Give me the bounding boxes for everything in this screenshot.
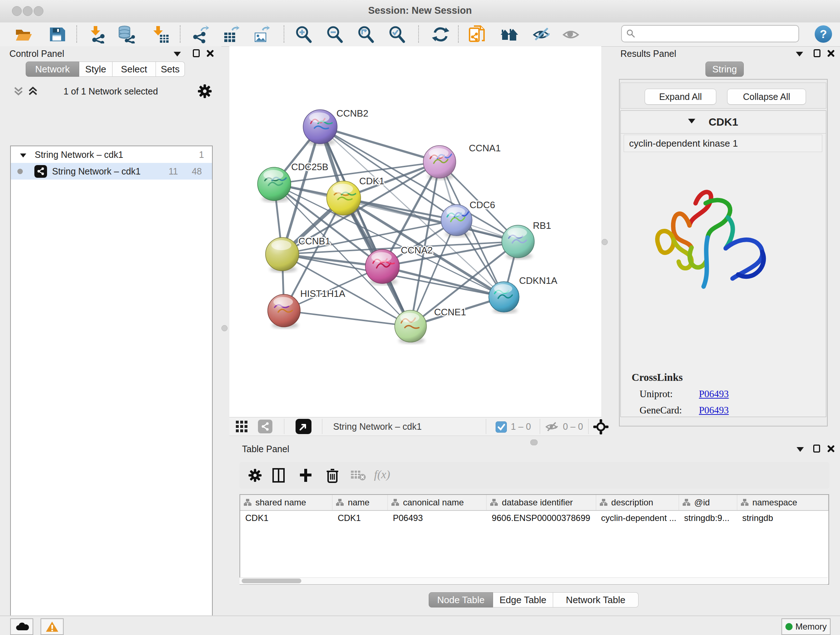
- left-splitter-handle[interactable]: [221, 325, 227, 331]
- gene-section-header[interactable]: CDK1: [621, 111, 826, 134]
- import-table-file-icon[interactable]: [151, 25, 170, 43]
- table-row[interactable]: CDK1CDK1P064939606.ENSP00000378699cyclin…: [240, 511, 829, 526]
- node-CCNA1[interactable]: CCNA1: [423, 143, 501, 180]
- cell--id[interactable]: stringdb:9...: [679, 511, 737, 526]
- zoom-selected-icon[interactable]: [388, 25, 407, 43]
- node-CCNE1[interactable]: CCNE1: [395, 307, 466, 344]
- column-header-namespace[interactable]: namespace: [737, 495, 829, 510]
- node-CCNB2[interactable]: CCNB2: [303, 108, 368, 146]
- function-builder-icon[interactable]: f(x): [374, 468, 390, 484]
- add-column-icon[interactable]: [298, 468, 314, 484]
- crosslink-link[interactable]: P06493: [699, 388, 729, 400]
- node-CCNA2[interactable]: CCNA2: [365, 245, 433, 285]
- import-network-database-icon[interactable]: [117, 25, 135, 43]
- panel-menu-icon[interactable]: [797, 447, 804, 453]
- node-CDK1[interactable]: CDK1: [327, 176, 384, 217]
- cell-namespace[interactable]: stringdb: [737, 511, 829, 526]
- save-session-icon[interactable]: [48, 25, 66, 43]
- column-header--id[interactable]: @id: [679, 495, 737, 510]
- help-button[interactable]: ?: [815, 25, 832, 43]
- edge-HIST1H1A-CCNE1[interactable]: [284, 310, 411, 326]
- collapse-all-button[interactable]: Collapse All: [727, 89, 806, 105]
- string-import-icon[interactable]: [468, 25, 487, 43]
- column-type-icon: [683, 499, 691, 507]
- column-header-shared-name[interactable]: shared name: [240, 495, 332, 510]
- tab-node-table[interactable]: Node Table: [429, 592, 493, 608]
- network-edge-count: 48: [192, 166, 202, 177]
- zoom-in-icon[interactable]: [294, 25, 313, 43]
- show-columns-icon[interactable]: [271, 468, 287, 484]
- panel-menu-icon[interactable]: [796, 51, 803, 58]
- panel-menu-icon[interactable]: [174, 51, 181, 58]
- float-panel-icon[interactable]: [813, 445, 820, 454]
- crosslink-link[interactable]: P06493: [699, 405, 729, 416]
- tab-string[interactable]: String: [706, 62, 744, 77]
- toolbar-separator: [322, 419, 322, 434]
- search-input[interactable]: [638, 28, 798, 40]
- cloud-status-button[interactable]: [10, 618, 33, 635]
- memory-button[interactable]: Memory: [782, 618, 831, 635]
- edge-CCNB2-CCNA1[interactable]: [320, 127, 439, 162]
- hide-selected-eye-icon[interactable]: [532, 25, 551, 43]
- column-header-canonical-name[interactable]: canonical name: [388, 495, 486, 510]
- table-horizontal-scrollbar[interactable]: [240, 578, 828, 584]
- tab-network-table[interactable]: Network Table: [553, 592, 638, 608]
- grid-view-icon[interactable]: [236, 421, 249, 434]
- export-network-icon[interactable]: [191, 25, 210, 43]
- collection-collapse-icon[interactable]: [19, 149, 27, 160]
- edge-CCNA2-CDKN1A[interactable]: [382, 266, 504, 297]
- selected-checkbox-icon[interactable]: [496, 421, 507, 432]
- apply-layout-icon[interactable]: [431, 25, 450, 43]
- tab-select[interactable]: Select: [112, 62, 156, 77]
- scrollbar-thumb[interactable]: [242, 578, 302, 583]
- delete-column-trash-icon[interactable]: [325, 468, 341, 484]
- node-CDKN1A[interactable]: CDKN1A: [489, 275, 557, 314]
- network-row[interactable]: String Network – cdk1 11 48: [11, 163, 212, 180]
- current-network-title: String Network – cdk1: [333, 421, 422, 432]
- tab-edge-table[interactable]: Edge Table: [493, 592, 553, 608]
- home-pages-icon[interactable]: [499, 25, 518, 43]
- cell-canonical-name[interactable]: P06493: [388, 511, 486, 526]
- warnings-button[interactable]: [41, 618, 64, 635]
- node-CDC6[interactable]: CDC6: [441, 200, 495, 237]
- close-panel-icon[interactable]: [827, 49, 835, 59]
- node-table[interactable]: shared namenamecanonical namedatabase id…: [240, 494, 829, 585]
- import-network-file-icon[interactable]: [88, 25, 107, 43]
- toolbar-separator: [458, 25, 459, 43]
- cell-name[interactable]: CDK1: [332, 511, 388, 526]
- network-icon-badge[interactable]: [258, 420, 272, 433]
- tab-sets[interactable]: Sets: [156, 62, 185, 77]
- zoom-fit-icon[interactable]: [357, 25, 376, 43]
- export-image-icon[interactable]: [252, 25, 271, 43]
- toolbar-search[interactable]: [621, 25, 799, 42]
- tab-network[interactable]: Network: [26, 62, 79, 77]
- string-network-graph[interactable]: CCNB2CCNA1CDC25BCDK1CDC6RB1CCNB1CCNA2CDK…: [229, 46, 601, 417]
- export-table-icon[interactable]: [221, 25, 240, 43]
- column-header-database-identifier[interactable]: database identifier: [486, 495, 596, 510]
- open-session-icon[interactable]: [14, 25, 33, 43]
- right-splitter-handle[interactable]: [602, 239, 608, 245]
- column-header-description[interactable]: description: [596, 495, 679, 510]
- node-HIST1H1A[interactable]: HIST1H1A: [268, 288, 346, 329]
- close-panel-icon[interactable]: [206, 49, 214, 59]
- float-panel-icon[interactable]: [813, 49, 821, 59]
- tab-style[interactable]: Style: [79, 62, 112, 77]
- zoom-out-icon[interactable]: [325, 25, 344, 43]
- cell-description[interactable]: cyclin-dependent ...: [596, 511, 679, 526]
- node-label-CCNB1: CCNB1: [298, 236, 330, 247]
- close-panel-icon[interactable]: [827, 445, 835, 454]
- network-view-canvas[interactable]: CCNB2CCNA1CDC25BCDK1CDC6RB1CCNB1CCNA2CDK…: [229, 46, 601, 417]
- network-options-gear-icon[interactable]: [197, 83, 213, 101]
- clear-table-icon[interactable]: [350, 468, 366, 484]
- float-panel-icon[interactable]: [193, 49, 200, 59]
- node-RB1[interactable]: RB1: [502, 220, 551, 260]
- expand-all-button[interactable]: Expand All: [645, 89, 716, 105]
- column-header-name[interactable]: name: [332, 495, 388, 510]
- table-options-gear-icon[interactable]: [248, 468, 264, 484]
- cell-database-identifier[interactable]: 9606.ENSP00000378699: [486, 511, 596, 526]
- network-collection-row[interactable]: String Network – cdk1 1: [11, 146, 212, 163]
- show-all-eye-icon[interactable]: [561, 25, 580, 43]
- birdseye-view-icon[interactable]: [295, 419, 311, 434]
- fit-content-crosshair-icon[interactable]: [593, 419, 608, 436]
- cell-shared-name[interactable]: CDK1: [240, 511, 332, 526]
